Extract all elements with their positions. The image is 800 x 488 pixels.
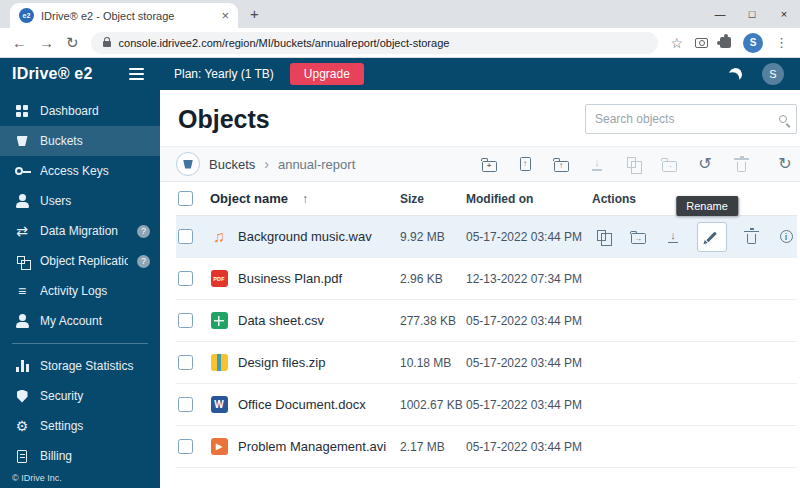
object-size: 2.96 KB [400,272,466,286]
new-tab-button[interactable]: + [250,6,259,21]
delete-icon [732,157,750,172]
breadcrumb-separator: › [264,156,269,172]
sidebar-nav: DashboardBucketsAccess KeysUsers⇄Data Mi… [0,96,160,471]
column-header-modified[interactable]: Modified on [466,192,592,206]
sidebar-item-label: Security [40,389,150,403]
camera-extension-icon[interactable] [695,38,708,48]
sidebar-item-object-replication[interactable]: Object Replication? [0,246,160,276]
row-checkbox[interactable] [178,397,193,412]
row-checkbox[interactable] [178,271,193,286]
plan-label: Plan: Yearly (1 TB) [174,67,274,81]
delete-action-button[interactable] [740,226,762,248]
sidebar-item-security[interactable]: Security [0,381,160,411]
object-row[interactable]: Design files.zip10.18 MB05-17-2022 03:44… [176,342,797,384]
sidebar-item-activity-logs[interactable]: ≡Activity Logs [0,276,160,306]
app-logo: IDrive® e2 [12,65,93,83]
bucket-root-icon[interactable] [176,152,200,176]
row-checkbox[interactable] [178,355,193,370]
delete-button[interactable] [729,152,753,176]
download-icon: ↓ [664,230,682,244]
sidebar-divider [12,343,148,344]
select-all-checkbox[interactable] [178,191,193,206]
back-button[interactable]: ← [12,35,27,50]
object-row[interactable]: Data sheet.csv277.38 KB05-17-2022 03:44 … [176,300,797,342]
sidebar-item-billing[interactable]: Billing [0,441,160,471]
dark-mode-moon-icon[interactable] [727,66,744,83]
rename-tooltip: Rename [676,196,738,216]
sidebar-item-dashboard[interactable]: Dashboard [0,96,160,126]
sidebar-item-settings[interactable]: ⚙Settings [0,411,160,441]
audio-file-icon: ♫ [210,229,228,245]
copy-action-button[interactable] [592,226,614,248]
object-size: 277.38 KB [400,314,466,328]
create-folder-button[interactable]: + [477,152,501,176]
sidebar-item-label: Access Keys [40,164,150,178]
object-size: 2.17 MB [400,440,466,454]
row-checkbox[interactable] [178,439,193,454]
breadcrumb-root[interactable]: Buckets [209,157,255,172]
extensions-icon[interactable] [720,37,731,48]
browser-profile-avatar[interactable]: S [743,33,763,53]
bookmark-star-icon[interactable]: ☆ [670,35,683,51]
download-button[interactable]: ↓ [585,152,609,176]
sidebar-item-storage-statistics[interactable]: Storage Statistics [0,351,160,381]
row-checkbox[interactable] [178,313,193,328]
url-box[interactable]: console.idrivee2.com/region/MI/buckets/a… [91,32,659,54]
sidebar-item-data-migration[interactable]: ⇄Data Migration? [0,216,160,246]
object-name: Office Document.docx [238,397,366,412]
search-box[interactable] [585,104,797,134]
favicon: e2 [19,8,34,23]
refresh-button[interactable]: ↻ [773,152,797,176]
sidebar-item-access-keys[interactable]: Access Keys [0,156,160,186]
settings-icon: ⚙ [13,419,31,433]
column-header-size[interactable]: Size [400,192,466,206]
column-header-name[interactable]: Object name ↑ [210,191,400,206]
move-action-button[interactable]: → [627,226,649,248]
tab-close-icon[interactable]: × [221,9,229,22]
security-icon [13,390,31,403]
maximize-button[interactable]: □ [736,0,768,28]
sort-ascending-icon[interactable]: ↑ [302,192,308,206]
upload-file-button[interactable]: ↑ [513,152,537,176]
hamburger-menu-icon[interactable] [129,73,144,75]
download-action-button[interactable]: ↓ [662,226,684,248]
restore-button[interactable]: ↺ [693,152,717,176]
upload-folder-button[interactable]: ↑ [549,152,573,176]
info-action-button[interactable]: i [775,226,797,248]
zip-file-icon [210,354,228,371]
close-window-button[interactable]: × [768,0,800,28]
object-row[interactable]: ▶Problem Management.avi2.17 MB05-17-2022… [176,426,797,468]
forward-button[interactable]: → [39,35,54,50]
upgrade-button[interactable]: Upgrade [290,63,364,85]
sidebar-item-buckets[interactable]: Buckets [0,126,160,156]
help-badge[interactable]: ? [137,225,150,238]
search-icon [779,115,787,123]
copy-button[interactable] [621,152,645,176]
copyright: © IDrive Inc. [12,473,62,483]
browser-tab[interactable]: e2 IDrive® e2 - Object storage × [10,3,238,28]
search-input[interactable] [595,112,771,126]
minimize-button[interactable]: — [704,0,736,28]
object-name: Business Plan.pdf [238,271,342,286]
breadcrumb-bar: Buckets › annual-report +↑↑↓→↺↻ [160,146,800,182]
move-button[interactable]: → [657,152,681,176]
sidebar-item-users[interactable]: Users [0,186,160,216]
bucket-icon [13,136,31,146]
object-name: Design files.zip [238,355,325,370]
breadcrumb-current: annual-report [278,157,355,172]
sidebar-item-my-account[interactable]: My Account [0,306,160,336]
help-badge[interactable]: ? [137,255,150,268]
rename-icon [703,231,721,243]
browser-menu-icon[interactable]: ⋮ [775,35,788,50]
account-avatar[interactable]: S [762,63,784,85]
replication-icon [13,258,31,264]
row-checkbox[interactable] [178,229,193,244]
sidebar-item-label: Users [40,194,150,208]
pdf-file-icon: PDF [210,270,228,287]
object-row[interactable]: WOffice Document.docx1002.67 KB05-17-202… [176,384,797,426]
rename-action-button[interactable]: Rename [697,222,727,252]
object-row[interactable]: PDFBusiness Plan.pdf2.96 KB12-13-2022 07… [176,258,797,300]
reload-button[interactable]: ↻ [66,35,79,50]
object-name: Data sheet.csv [238,313,324,328]
object-row[interactable]: ♫Background music.wav9.92 MB05-17-2022 0… [176,216,797,258]
